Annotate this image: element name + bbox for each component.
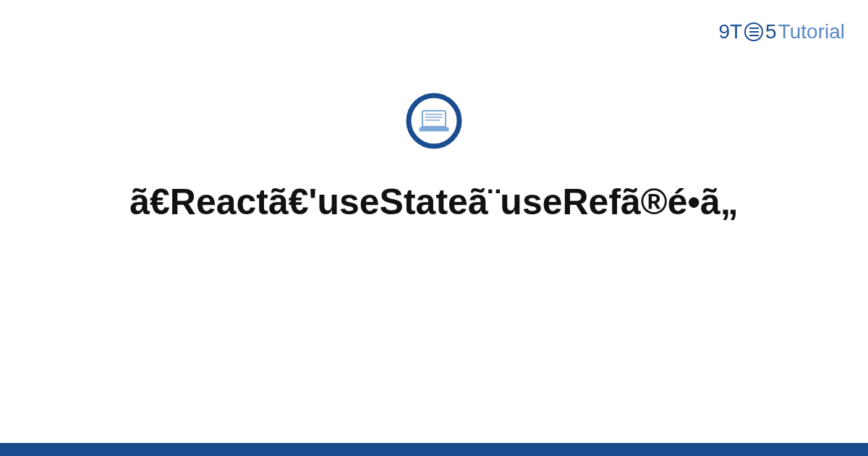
site-logo: 9T 5 Tutorial [718, 20, 845, 43]
logo-text-5: 5 [765, 20, 777, 43]
logo-circle-icon [744, 22, 763, 41]
laptop-circle-icon [406, 93, 462, 152]
logo-text-tutorial: Tutorial [778, 20, 845, 43]
logo-text-9t: 9T [718, 20, 742, 43]
logo-lines-icon [749, 28, 759, 36]
page-title: ã€Reactã€'useStateã¨useRefã®é•ã„ [0, 181, 868, 223]
svg-point-0 [409, 96, 459, 146]
bottom-accent-bar [0, 443, 868, 456]
